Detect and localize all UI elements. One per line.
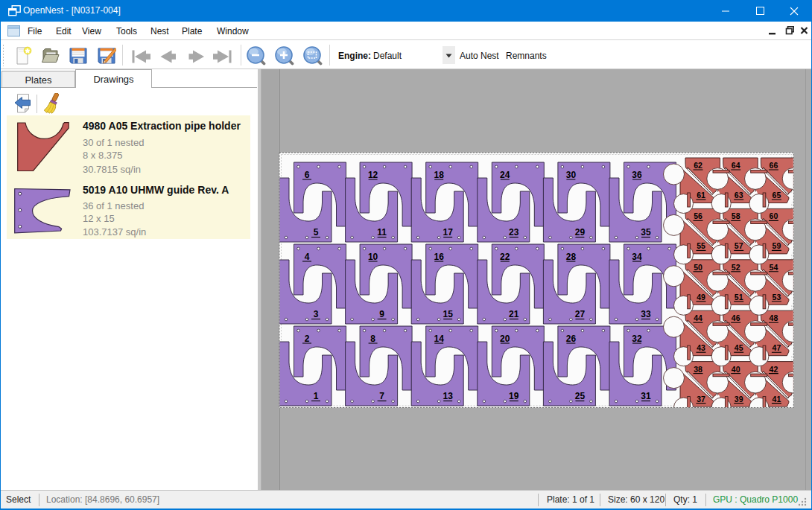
svg-text:34: 34 xyxy=(632,252,642,262)
svg-text:58: 58 xyxy=(732,211,740,220)
svg-text:45: 45 xyxy=(735,343,743,352)
svg-text:40: 40 xyxy=(732,365,740,374)
svg-text:32: 32 xyxy=(632,334,642,344)
svg-text:66: 66 xyxy=(770,161,778,170)
svg-text:18: 18 xyxy=(434,170,445,180)
svg-text:7: 7 xyxy=(379,391,384,401)
svg-text:15: 15 xyxy=(443,309,454,319)
svg-text:20: 20 xyxy=(500,334,510,344)
svg-text:63: 63 xyxy=(735,191,743,200)
svg-text:17: 17 xyxy=(443,227,454,238)
svg-text:42: 42 xyxy=(770,365,778,374)
svg-text:26: 26 xyxy=(566,334,577,344)
svg-text:64: 64 xyxy=(732,161,740,170)
svg-text:5: 5 xyxy=(314,227,319,238)
svg-text:39: 39 xyxy=(735,395,743,404)
svg-text:16: 16 xyxy=(434,252,445,262)
svg-text:29: 29 xyxy=(575,227,586,238)
svg-text:1: 1 xyxy=(314,391,319,401)
svg-text:4: 4 xyxy=(305,252,310,262)
svg-text:59: 59 xyxy=(773,241,781,250)
svg-text:37: 37 xyxy=(697,395,705,404)
svg-text:12: 12 xyxy=(368,170,378,180)
svg-text:11: 11 xyxy=(377,227,387,238)
svg-text:65: 65 xyxy=(773,191,781,200)
svg-text:8: 8 xyxy=(370,334,375,344)
svg-text:13: 13 xyxy=(443,391,454,401)
svg-text:36: 36 xyxy=(632,170,642,180)
svg-text:3: 3 xyxy=(314,309,319,319)
svg-text:21: 21 xyxy=(509,309,519,319)
svg-text:49: 49 xyxy=(697,293,705,302)
svg-text:48: 48 xyxy=(770,313,778,322)
svg-text:43: 43 xyxy=(697,343,705,352)
svg-text:19: 19 xyxy=(509,391,519,401)
svg-text:14: 14 xyxy=(434,334,445,344)
svg-text:35: 35 xyxy=(641,227,651,238)
svg-text:60: 60 xyxy=(770,211,778,220)
svg-text:50: 50 xyxy=(694,263,702,272)
svg-text:31: 31 xyxy=(641,391,651,401)
svg-text:51: 51 xyxy=(735,293,743,302)
svg-text:30: 30 xyxy=(566,170,577,180)
svg-text:2: 2 xyxy=(305,334,310,344)
svg-text:25: 25 xyxy=(575,391,586,401)
svg-text:24: 24 xyxy=(500,170,510,180)
svg-text:23: 23 xyxy=(509,227,519,238)
svg-text:9: 9 xyxy=(379,309,384,319)
svg-text:6: 6 xyxy=(305,170,310,180)
svg-text:52: 52 xyxy=(732,263,740,272)
svg-text:62: 62 xyxy=(694,161,702,170)
svg-text:55: 55 xyxy=(697,241,705,250)
svg-text:61: 61 xyxy=(697,191,705,200)
svg-text:44: 44 xyxy=(694,313,702,322)
svg-text:10: 10 xyxy=(368,252,378,262)
svg-text:46: 46 xyxy=(732,313,740,322)
svg-text:38: 38 xyxy=(694,365,702,374)
svg-text:57: 57 xyxy=(735,241,743,250)
svg-text:33: 33 xyxy=(641,309,651,319)
svg-text:28: 28 xyxy=(566,252,577,262)
svg-text:27: 27 xyxy=(575,309,586,319)
svg-text:53: 53 xyxy=(773,293,781,302)
svg-text:54: 54 xyxy=(770,263,778,272)
svg-text:22: 22 xyxy=(500,252,510,262)
svg-text:47: 47 xyxy=(773,343,781,352)
svg-text:56: 56 xyxy=(694,211,702,220)
svg-text:41: 41 xyxy=(773,395,781,404)
